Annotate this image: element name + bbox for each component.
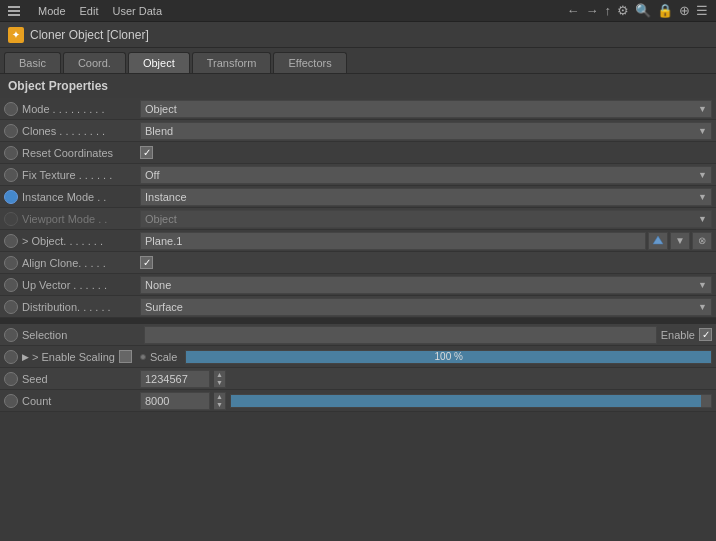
upvector-dropdown-arrow: ▼ <box>698 280 707 290</box>
distribution-dot[interactable] <box>4 300 18 314</box>
seed-value: 1234567 ▲ ▼ <box>140 370 712 388</box>
viewport-dropdown-arrow: ▼ <box>698 214 707 224</box>
back-icon[interactable]: ← <box>567 3 580 18</box>
object-navigate-btn[interactable] <box>648 232 668 250</box>
mode-dropdown[interactable]: Object ▼ <box>140 100 712 118</box>
object-dot[interactable] <box>4 234 18 248</box>
clones-dropdown[interactable]: Blend ▼ <box>140 122 712 140</box>
enable-label: Enable <box>661 329 695 341</box>
instance-label: Instance Mode . . <box>22 191 140 203</box>
tab-bar: Basic Coord. Object Transform Effectors <box>0 48 716 74</box>
seed-spinner[interactable]: ▲ ▼ <box>214 370 226 388</box>
clones-dot[interactable] <box>4 124 18 138</box>
instance-dropdown[interactable]: Instance ▼ <box>140 188 712 206</box>
mode-dropdown-arrow: ▼ <box>698 104 707 114</box>
scale-bar[interactable]: 100 % <box>185 350 712 364</box>
forward-icon[interactable]: → <box>586 3 599 18</box>
count-input[interactable]: 8000 <box>140 392 210 410</box>
count-bar-fill <box>231 395 701 407</box>
title-bar: ✦ Cloner Object [Cloner] <box>0 22 716 48</box>
viewport-label: Viewport Mode . . <box>22 213 140 225</box>
fix-dot[interactable] <box>4 168 18 182</box>
scaling-dot[interactable] <box>4 350 18 364</box>
selection-row: Selection Enable <box>0 324 716 346</box>
align-value <box>140 256 712 269</box>
menu-icon[interactable]: ☰ <box>696 3 708 18</box>
svg-marker-0 <box>653 236 663 244</box>
instance-value: Instance ▼ <box>140 188 712 206</box>
distribution-dropdown[interactable]: Surface ▼ <box>140 298 712 316</box>
reset-row: Reset Coordinates <box>0 142 716 164</box>
align-dot[interactable] <box>4 256 18 270</box>
count-dot[interactable] <box>4 394 18 408</box>
count-row: Count 8000 ▲ ▼ <box>0 390 716 412</box>
reset-dot[interactable] <box>4 146 18 160</box>
seed-spin-up[interactable]: ▲ <box>214 371 225 379</box>
distribution-row: Distribution. . . . . . Surface ▼ <box>0 296 716 318</box>
lock-icon[interactable]: 🔒 <box>657 3 673 18</box>
scaling-expand-arrow[interactable]: ▶ <box>22 352 29 362</box>
count-label: Count <box>22 395 140 407</box>
object-value: Plane.1 ▼ ⊗ <box>140 232 712 250</box>
hamburger-icon[interactable] <box>8 6 20 16</box>
upvector-dot[interactable] <box>4 278 18 292</box>
tab-coord[interactable]: Coord. <box>63 52 126 73</box>
add-icon[interactable]: ⊕ <box>679 3 690 18</box>
seed-row: Seed 1234567 ▲ ▼ <box>0 368 716 390</box>
mode-value: Object ▼ <box>140 100 712 118</box>
menu-mode[interactable]: Mode <box>38 5 66 17</box>
seed-input[interactable]: 1234567 <box>140 370 210 388</box>
object-label: > Object. . . . . . . <box>22 235 140 247</box>
distribution-value: Surface ▼ <box>140 298 712 316</box>
scale-value: 100 % <box>186 351 711 363</box>
tab-effectors[interactable]: Effectors <box>273 52 346 73</box>
align-label: Align Clone. . . . . <box>22 257 140 269</box>
fix-label: Fix Texture . . . . . . <box>22 169 140 181</box>
search-icon[interactable]: 🔍 <box>635 3 651 18</box>
instance-dropdown-arrow: ▼ <box>698 192 707 202</box>
instance-dot[interactable] <box>4 190 18 204</box>
align-row: Align Clone. . . . . <box>0 252 716 274</box>
selection-input[interactable] <box>144 326 657 344</box>
upvector-label: Up Vector . . . . . . <box>22 279 140 291</box>
menu-icons-right: ← → ↑ ⚙ 🔍 🔒 ⊕ ☰ <box>567 3 709 18</box>
window-title: Cloner Object [Cloner] <box>30 28 149 42</box>
instance-row: Instance Mode . . Instance ▼ <box>0 186 716 208</box>
count-spinner[interactable]: ▲ ▼ <box>214 392 226 410</box>
reset-value <box>140 146 712 159</box>
tab-basic[interactable]: Basic <box>4 52 61 73</box>
seed-spin-down[interactable]: ▼ <box>214 379 225 387</box>
enable-checkbox[interactable] <box>699 328 712 341</box>
menu-edit[interactable]: Edit <box>80 5 99 17</box>
reset-checkbox[interactable] <box>140 146 153 159</box>
fix-value: Off ▼ <box>140 166 712 184</box>
clones-value: Blend ▼ <box>140 122 712 140</box>
mode-label: Mode . . . . . . . . . <box>22 103 140 115</box>
viewport-dropdown[interactable]: Object ▼ <box>140 210 712 228</box>
object-row: > Object. . . . . . . Plane.1 ▼ ⊗ <box>0 230 716 252</box>
section-header: Object Properties <box>0 74 716 98</box>
selection-dot[interactable] <box>4 328 18 342</box>
clones-row: Clones . . . . . . . . Blend ▼ <box>0 120 716 142</box>
mode-dot[interactable] <box>4 102 18 116</box>
menu-userdata[interactable]: User Data <box>113 5 163 17</box>
tab-transform[interactable]: Transform <box>192 52 272 73</box>
upvector-dropdown[interactable]: None ▼ <box>140 276 712 294</box>
count-spin-up[interactable]: ▲ <box>214 393 225 401</box>
viewport-row: Viewport Mode . . Object ▼ <box>0 208 716 230</box>
scale-dot <box>140 354 146 360</box>
seed-dot[interactable] <box>4 372 18 386</box>
up-icon[interactable]: ↑ <box>605 3 612 18</box>
count-bar[interactable] <box>230 394 712 408</box>
object-clear-btn[interactable]: ⊗ <box>692 232 712 250</box>
tab-object[interactable]: Object <box>128 52 190 73</box>
distribution-label: Distribution. . . . . . <box>22 301 140 313</box>
fix-dropdown[interactable]: Off ▼ <box>140 166 712 184</box>
scale-label: Scale <box>150 351 178 363</box>
enable-scaling-checkbox[interactable] <box>119 350 132 363</box>
align-checkbox[interactable] <box>140 256 153 269</box>
count-spin-down[interactable]: ▼ <box>214 401 225 409</box>
filter-icon[interactable]: ⚙ <box>617 3 629 18</box>
object-arrow-btn[interactable]: ▼ <box>670 232 690 250</box>
menu-bar: Mode Edit User Data ← → ↑ ⚙ 🔍 🔒 ⊕ ☰ <box>0 0 716 22</box>
